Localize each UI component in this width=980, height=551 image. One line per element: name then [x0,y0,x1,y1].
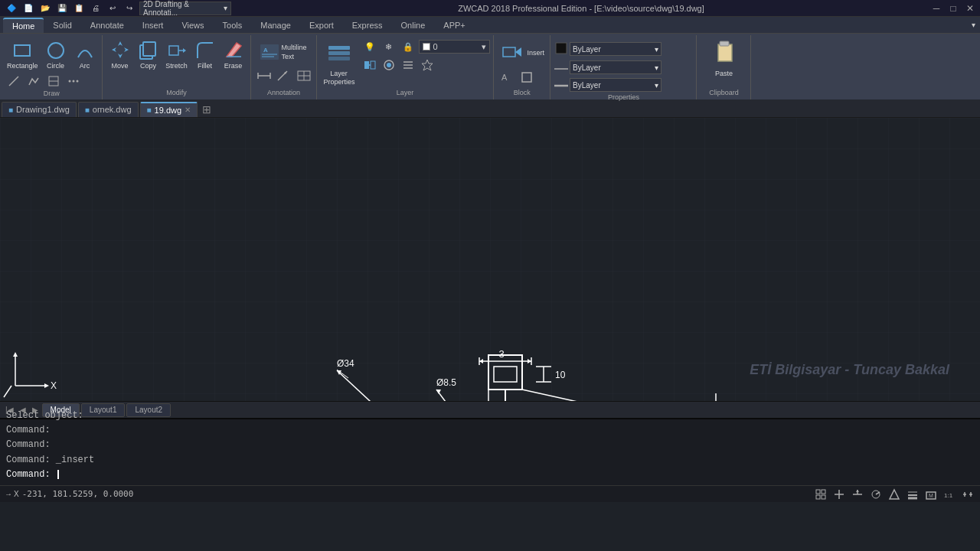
hatch-button[interactable] [44,73,63,90]
properties-group: ByLayer ▾ ByLayer ▾ ByLayer [551,35,697,99]
block-editor-button[interactable] [518,69,536,86]
workspace-selector[interactable]: 2D Drafting & Annotati...▾ [139,2,231,15]
layer-freeze-button[interactable]: ❄ [380,38,398,55]
titlebar-controls: ─ □ ✕ [931,3,975,14]
lineweight-display-button[interactable] [905,487,920,501]
undo-button[interactable]: ↩ [106,2,119,15]
tab-views[interactable]: Views [172,18,213,33]
color-dropdown[interactable]: ByLayer ▾ [570,42,662,56]
tab-home[interactable]: Home [3,18,44,33]
isolate-layer-button[interactable] [380,57,398,73]
clipboard-group: Paste Clipboard [697,35,751,99]
erase-icon [223,40,244,61]
expand-ribbon-button[interactable]: ▾ [966,18,980,31]
circle-button[interactable]: Circle [42,38,70,72]
tab-solid[interactable]: Solid [44,18,80,33]
linetype-dropdown[interactable]: ByLayer ▾ [570,60,662,74]
layer-properties-button[interactable]: LayerProperties [321,38,358,88]
restore-button[interactable]: □ [948,3,959,14]
layer-name: 0 [433,42,438,51]
svg-rect-11 [169,46,178,55]
command-line[interactable]: Select object: Command: Command: Command… [0,418,980,485]
tab-19[interactable]: ■ 19.dwg ✕ [140,102,198,117]
layer-group-label: Layer [321,89,490,98]
layer-name-display[interactable]: 0 ▾ [419,40,490,54]
tab-app-plus[interactable]: APP+ [434,18,474,33]
tab-export[interactable]: Export [300,18,343,33]
clipboard-group-label: Clipboard [701,89,747,98]
insert-button[interactable]: Insert [498,38,547,67]
polar-tracking-button[interactable] [868,487,884,501]
minimize-button[interactable]: ─ [931,3,942,14]
stretch-button[interactable]: Stretch [163,38,191,72]
app-icon: 🔷 [5,2,18,15]
svg-marker-41 [515,47,521,57]
canvas-area[interactable]: 3 10 Ø34 Ø70 Ø8.5 Ø14 [0,118,980,401]
tab-add-button[interactable]: ⊞ [199,103,214,116]
rectangle-button[interactable]: Rectangle [5,38,41,72]
bylayer2-label: ByLayer [573,64,601,72]
tab-insert[interactable]: Insert [133,18,173,33]
save-button[interactable]: 💾 [55,2,69,15]
tab-ornek-label: ornek.dwg [93,105,132,114]
stretch-label: Stretch [165,62,188,70]
svg-rect-40 [503,47,515,57]
snap-grid-button[interactable] [813,487,828,501]
more-draw-button[interactable] [64,73,83,90]
copy-label: Copy [140,62,156,70]
tab-annotate[interactable]: Annotate [81,18,133,33]
model-space-button[interactable]: M [923,487,939,501]
multiline-text-button[interactable]: A Multiline Text [255,38,309,66]
multiline-text-label: Multiline [282,44,307,52]
bylayer1-label: ByLayer [573,45,601,54]
new-button[interactable]: 📄 [21,2,35,15]
svg-point-1 [48,43,64,58]
freeze-layer-button[interactable] [418,57,436,73]
layer-lock-button[interactable]: 🔒 [399,38,417,55]
snap-mode-button[interactable] [831,487,847,501]
stretch-icon [166,40,188,61]
define-attributes-button[interactable]: A [498,69,516,86]
redo-button[interactable]: ↪ [122,2,136,15]
layer-walk-button[interactable] [399,57,417,73]
arc-button[interactable]: Arc [71,38,99,72]
svg-rect-108 [816,495,820,499]
cmd-line-2: Command: [6,423,974,438]
line-button[interactable] [5,73,23,90]
svg-rect-28 [328,46,350,50]
match-properties-button[interactable] [361,57,379,73]
leader-button[interactable] [275,67,293,84]
osnap-button[interactable] [887,487,902,501]
ortho-button[interactable] [850,487,865,501]
dimension-button[interactable] [255,67,273,84]
layer-on-off-button[interactable]: 💡 [361,38,379,55]
polyline-button[interactable] [24,73,43,90]
fillet-button[interactable]: Fillet [191,38,219,72]
copy-button[interactable]: Copy [135,38,162,72]
lineweight-dropdown[interactable]: ByLayer ▾ [570,78,662,92]
print-button[interactable]: 🖨 [89,2,103,15]
tab-online[interactable]: Online [392,18,435,33]
tab-manage[interactable]: Manage [251,18,300,33]
erase-button[interactable]: Erase [220,38,247,72]
annotation-scale-button[interactable] [960,487,975,501]
lineweight-row: ByLayer ▾ [554,78,662,92]
close-button[interactable]: ✕ [965,3,975,14]
tab-drawing1[interactable]: ■ Drawing1.dwg [2,102,77,117]
save-as-button[interactable]: 📋 [72,2,86,15]
tab-tools[interactable]: Tools [214,18,252,33]
move-button[interactable]: Move [106,38,134,72]
svg-marker-114 [856,490,859,492]
tab-19-close[interactable]: ✕ [185,106,191,114]
zoom-level-button[interactable]: 1:1 [942,487,957,501]
tab-express[interactable]: Express [343,18,392,33]
svg-text:Ø34: Ø34 [337,358,354,369]
table-button[interactable] [295,67,313,84]
svg-text:10: 10 [555,370,566,380]
open-button[interactable]: 📂 [38,2,52,15]
tab-ornek[interactable]: ■ ornek.dwg [78,102,139,117]
circle-label: Circle [47,62,64,70]
tab-19-icon: ■ [147,106,152,114]
paste-button[interactable]: Paste [710,38,739,80]
svg-text:A: A [501,73,508,82]
